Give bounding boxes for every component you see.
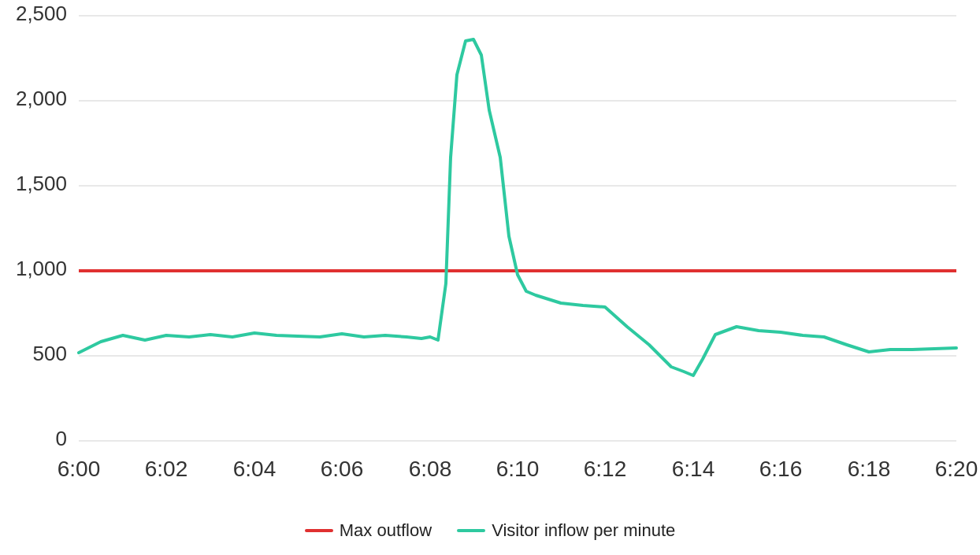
- legend-label-visitor-inflow: Visitor inflow per minute: [492, 520, 675, 541]
- x-label-612: 6:12: [584, 457, 627, 481]
- x-label-602: 6:02: [145, 457, 188, 481]
- x-label-614: 6:14: [672, 457, 715, 481]
- y-label-2500: 2,500: [16, 2, 67, 25]
- y-label-1000: 1,000: [16, 257, 67, 280]
- y-label-1500: 1,500: [16, 172, 67, 195]
- x-label-610: 6:10: [496, 457, 540, 481]
- legend-item-visitor-inflow: Visitor inflow per minute: [457, 520, 675, 541]
- legend-item-max-outflow: Max outflow: [305, 520, 432, 541]
- x-label-606: 6:06: [321, 457, 364, 481]
- x-label-620: 6:20: [935, 457, 978, 481]
- chart-container: 2,500 2,000 1,500 1,000 500 0 6:00 6:02 …: [0, 0, 980, 555]
- y-label-0: 0: [56, 427, 67, 450]
- x-label-604: 6:04: [233, 457, 277, 481]
- y-label-2000: 2,000: [16, 87, 67, 110]
- y-label-500: 500: [33, 342, 67, 365]
- x-label-618: 6:18: [848, 457, 891, 481]
- x-label-608: 6:08: [409, 457, 452, 481]
- legend-line-teal: [457, 529, 485, 532]
- chart-legend: Max outflow Visitor inflow per minute: [0, 520, 980, 541]
- legend-label-max-outflow: Max outflow: [340, 520, 432, 541]
- legend-line-red: [305, 529, 333, 532]
- x-label-616: 6:16: [759, 457, 803, 481]
- chart-svg: 2,500 2,000 1,500 1,000 500 0 6:00 6:02 …: [0, 0, 980, 555]
- x-label-600: 6:00: [58, 457, 101, 481]
- visitor-inflow-line: [79, 39, 956, 376]
